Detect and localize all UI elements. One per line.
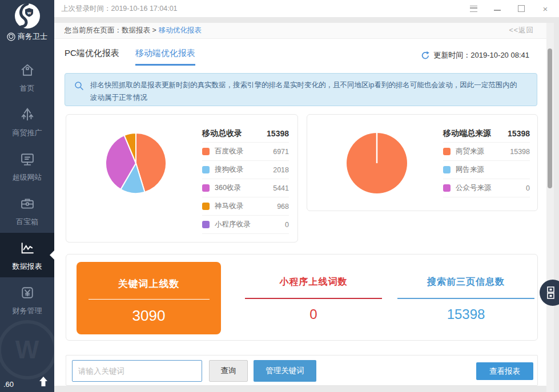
main-panel: 您当前所在页面：数据报表 > 移动优化报表 <<返回 PC端优化报表 移动端优化… xyxy=(54,23,546,386)
sidebar-item-label: 数据报表 xyxy=(13,261,42,272)
sidebar-item-promotion[interactable]: 商贸推广 xyxy=(0,99,54,144)
chart-card-mobile-source: 移动端总来源 15398 商贸来源 15398 网告来源 公众号来源 0 xyxy=(307,114,538,211)
view-report-button[interactable]: 查看报表 xyxy=(476,362,533,380)
maximize-icon[interactable] xyxy=(517,4,526,13)
legend: 移动端总来源 15398 商贸来源 15398 网告来源 公众号来源 0 xyxy=(443,125,530,197)
notice-text: 排名快照抓取的是报表更新时刻的真实数据，搜索引擎的排名是实时变化的，且不同地区i… xyxy=(90,81,517,102)
legend-title: 移动总收录 15398 xyxy=(202,125,289,142)
legend-row: 360收录 5441 xyxy=(202,179,289,197)
refresh-icon[interactable] xyxy=(420,51,429,60)
sidebar-item-report[interactable]: 数据报表 xyxy=(0,233,54,277)
stat-label: 关键词上线数 xyxy=(77,277,221,290)
legend-swatch xyxy=(443,184,451,192)
stats-card: 关键词上线数 3090 小程序上线词数 0 搜索前三页信息数 15398 xyxy=(66,254,538,341)
legend-value: 2018 xyxy=(273,166,289,174)
legend-label: 公众号来源 xyxy=(456,183,492,193)
stat-underline xyxy=(89,299,210,300)
legend-swatch xyxy=(443,148,451,155)
stat-label: 小程序上线词数 xyxy=(236,276,391,288)
sidebar-item-label: 商贸推广 xyxy=(13,128,42,138)
brand-name: 商务卫士 xyxy=(18,31,47,42)
sidebar-item-finance[interactable]: 财务管理 xyxy=(0,277,54,322)
legend-label: 商贸来源 xyxy=(456,147,484,156)
legend-label: 网告来源 xyxy=(456,165,484,175)
vertical-scrollbar xyxy=(546,23,554,392)
breadcrumb-prefix: 您当前所在页面：数据报表 > xyxy=(65,26,156,35)
brand-shield-icon xyxy=(7,33,15,41)
legend-value: 5441 xyxy=(273,184,289,192)
report-icon xyxy=(18,239,37,257)
pie-chart-mobile-source xyxy=(344,130,410,196)
pie-chart-mobile-index xyxy=(103,130,169,196)
legend-label: 搜狗收录 xyxy=(215,165,243,175)
stat-keywords-online: 关键词上线数 3090 xyxy=(77,262,221,334)
window-controls: × xyxy=(469,4,559,13)
stat-underline xyxy=(397,298,534,299)
tab-pc-report[interactable]: PC端优化报表 xyxy=(65,48,119,66)
sidebar-item-toolbox[interactable]: 百宝箱 xyxy=(0,188,54,233)
stat-value: 3090 xyxy=(77,307,221,325)
sidebar-footer-text: .60 xyxy=(3,380,14,389)
tabs: PC端优化报表 移动端优化报表 xyxy=(65,48,195,66)
legend-swatch xyxy=(202,148,210,155)
legend-swatch xyxy=(202,184,210,192)
close-icon[interactable]: × xyxy=(541,4,550,13)
stat-miniprogram-words: 小程序上线词数 0 xyxy=(236,262,391,322)
legend-swatch xyxy=(202,166,210,173)
minimize-icon[interactable] xyxy=(493,4,502,13)
tab-mobile-report[interactable]: 移动端优化报表 xyxy=(135,48,195,66)
chart-card-mobile-index: 移动总收录 15398 百度收录 6971 搜狗收录 2018 360收录 54… xyxy=(66,114,298,243)
titlebar: 上次登录时间：2019-10-16 17:04:01 × xyxy=(54,0,559,17)
sidebar-item-label: 财务管理 xyxy=(13,306,42,316)
update-time-text: 更新时间：2019-10-20 08:41 xyxy=(433,50,529,60)
watermark-shield: W xyxy=(0,320,54,379)
query-button[interactable]: 查询 xyxy=(209,360,248,382)
scrollbar-thumb[interactable] xyxy=(548,49,552,188)
keyword-toolbar: 查询 管理关键词 查看报表 xyxy=(66,355,538,386)
svg-text:w: w xyxy=(26,10,31,15)
legend-swatch xyxy=(202,221,210,228)
keyword-input[interactable] xyxy=(72,360,202,382)
legend-title-value: 15398 xyxy=(267,129,289,138)
legend-row: 公众号来源 0 xyxy=(443,179,530,197)
legend-row: 小程序收录 0 xyxy=(202,215,289,233)
stat-value: 0 xyxy=(236,306,391,322)
legend-row: 网告来源 xyxy=(443,160,530,179)
legend-value: 968 xyxy=(277,203,289,211)
finance-icon xyxy=(18,284,37,302)
brand: 商务卫士 xyxy=(0,31,54,42)
sidebar-item-website[interactable]: 超级网站 xyxy=(0,144,54,188)
stat-value: 15398 xyxy=(389,306,543,322)
legend-row: 百度收录 6971 xyxy=(202,142,289,160)
menu-icon[interactable] xyxy=(469,4,478,13)
manage-keywords-button[interactable]: 管理关键词 xyxy=(254,360,316,382)
sidebar-item-label: 百宝箱 xyxy=(16,217,38,227)
legend-rows: 百度收录 6971 搜狗收录 2018 360收录 5441 神马收录 968 … xyxy=(202,142,289,234)
breadcrumb-current-link[interactable]: 移动优化报表 xyxy=(159,26,202,35)
app-window: { "window": { "last_login": "上次登录时间：2019… xyxy=(0,0,559,392)
legend-swatch xyxy=(202,203,210,210)
legend-value: 6971 xyxy=(273,148,289,156)
legend-row: 搜狗收录 2018 xyxy=(202,160,289,179)
legend-value: 0 xyxy=(285,221,289,229)
legend-swatch xyxy=(443,166,451,173)
stat-label: 搜索前三页信息数 xyxy=(389,276,543,288)
home-icon xyxy=(18,61,37,79)
sidebar-item-label: 首页 xyxy=(20,83,35,94)
legend-row: 神马收录 968 xyxy=(202,197,289,215)
legend-value: 0 xyxy=(526,184,530,192)
sidebar-nav: 首页 商贸推广 超级网站 百宝箱 数据报表 财务管理 xyxy=(0,55,54,322)
legend-rows: 商贸来源 15398 网告来源 公众号来源 0 xyxy=(443,142,530,197)
sidebar: w 商务卫士 首页 商贸推广 超级网站 百宝箱 数据报表 财务管理 xyxy=(0,0,54,392)
sidebar-item-label: 超级网站 xyxy=(13,172,42,183)
legend-title-value: 15398 xyxy=(508,129,530,138)
website-icon xyxy=(18,150,37,168)
sidebar-item-home[interactable]: 首页 xyxy=(0,55,54,99)
update-time-row: 更新时间：2019-10-20 08:41 xyxy=(420,50,529,60)
scroll-top-icon[interactable] xyxy=(38,376,49,387)
back-link[interactable]: <<返回 xyxy=(509,26,534,35)
legend-title-label: 移动总收录 xyxy=(202,128,242,139)
breadcrumb: 您当前所在页面：数据报表 > 移动优化报表 <<返回 xyxy=(54,23,546,39)
legend-value: 15398 xyxy=(510,148,530,156)
active-notch xyxy=(50,250,54,260)
